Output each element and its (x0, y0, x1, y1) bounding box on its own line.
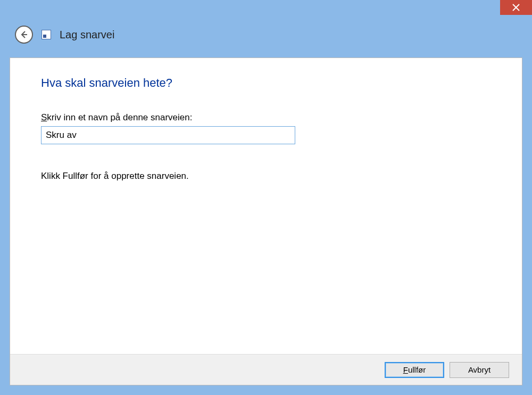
shortcut-file-icon (41, 30, 51, 39)
wizard-instruction: Klikk Fullfør for å opprette snarveien. (41, 171, 491, 182)
name-field-label: Skriv inn et navn på denne snarveien: (41, 112, 491, 123)
finish-button[interactable]: Fullfør (385, 362, 444, 378)
wizard-footer: Fullfør Avbryt (10, 354, 522, 385)
wizard-question: Hva skal snarveien hete? (41, 76, 491, 90)
back-arrow-icon (20, 30, 28, 39)
shortcut-name-input[interactable] (41, 126, 295, 144)
name-field-label-accel: S (41, 112, 47, 122)
wizard-header: Lag snarvei (0, 20, 532, 54)
content-body: Hva skal snarveien hete? Skriv inn et na… (10, 58, 522, 354)
titlebar (0, 0, 532, 20)
back-button[interactable] (15, 26, 33, 44)
cancel-button[interactable]: Avbryt (450, 362, 509, 378)
name-field-label-text: kriv inn et navn på denne snarveien: (47, 112, 192, 122)
close-button[interactable] (500, 0, 532, 15)
wizard-title: Lag snarvei (60, 29, 114, 41)
close-icon (512, 4, 520, 11)
finish-button-accel: F (403, 365, 408, 374)
content-panel: Hva skal snarveien hete? Skriv inn et na… (10, 57, 522, 385)
finish-button-text: ullfør (408, 365, 426, 374)
